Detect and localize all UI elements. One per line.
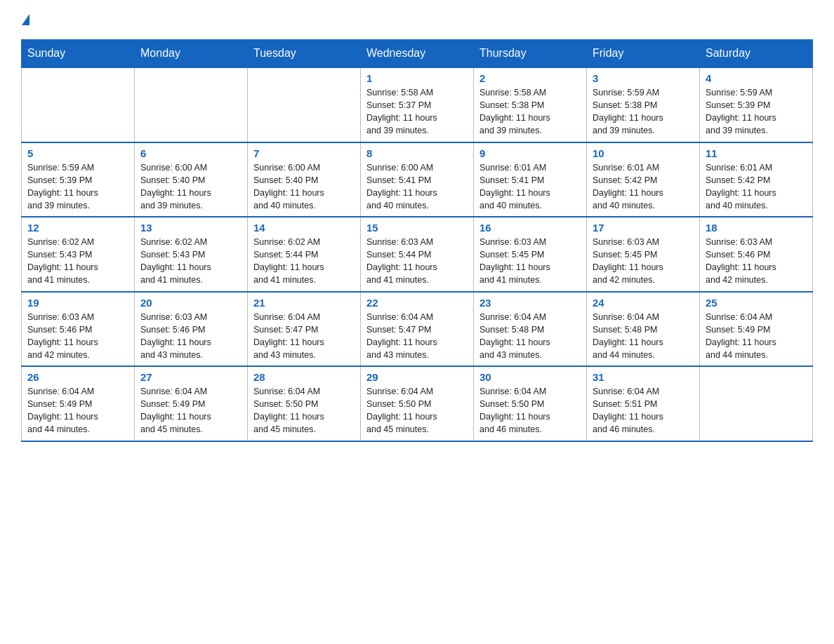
day-info: Sunrise: 6:04 AM Sunset: 5:48 PM Dayligh… bbox=[593, 311, 694, 362]
calendar-header-tuesday: Tuesday bbox=[248, 40, 361, 68]
day-info: Sunrise: 6:02 AM Sunset: 5:43 PM Dayligh… bbox=[140, 236, 241, 287]
calendar-cell: 26Sunrise: 6:04 AM Sunset: 5:49 PM Dayli… bbox=[22, 366, 135, 441]
day-number: 1 bbox=[366, 72, 468, 84]
day-number: 5 bbox=[27, 147, 128, 159]
day-number: 25 bbox=[706, 297, 807, 309]
day-number: 19 bbox=[27, 297, 128, 309]
calendar-cell: 1Sunrise: 5:58 AM Sunset: 5:37 PM Daylig… bbox=[361, 67, 474, 142]
day-number: 17 bbox=[593, 222, 694, 234]
day-number: 23 bbox=[479, 297, 581, 309]
day-number: 28 bbox=[253, 371, 355, 383]
day-number: 11 bbox=[706, 147, 807, 159]
calendar-cell: 7Sunrise: 6:00 AM Sunset: 5:40 PM Daylig… bbox=[248, 142, 361, 217]
day-info: Sunrise: 6:03 AM Sunset: 5:46 PM Dayligh… bbox=[140, 311, 241, 362]
calendar-cell: 23Sunrise: 6:04 AM Sunset: 5:48 PM Dayli… bbox=[474, 292, 587, 367]
day-info: Sunrise: 6:04 AM Sunset: 5:49 PM Dayligh… bbox=[706, 311, 807, 362]
day-info: Sunrise: 6:03 AM Sunset: 5:45 PM Dayligh… bbox=[593, 236, 694, 287]
calendar-cell: 25Sunrise: 6:04 AM Sunset: 5:49 PM Dayli… bbox=[700, 292, 813, 367]
day-info: Sunrise: 6:00 AM Sunset: 5:40 PM Dayligh… bbox=[140, 161, 241, 213]
calendar-header-saturday: Saturday bbox=[700, 40, 813, 68]
day-number: 7 bbox=[253, 147, 355, 159]
calendar-cell: 10Sunrise: 6:01 AM Sunset: 5:42 PM Dayli… bbox=[587, 142, 700, 217]
day-info: Sunrise: 6:03 AM Sunset: 5:44 PM Dayligh… bbox=[366, 236, 468, 287]
day-number: 27 bbox=[140, 371, 241, 383]
day-number: 8 bbox=[366, 147, 468, 159]
calendar-header-row: SundayMondayTuesdayWednesdayThursdayFrid… bbox=[22, 40, 813, 68]
day-number: 15 bbox=[366, 222, 468, 234]
calendar-cell: 29Sunrise: 6:04 AM Sunset: 5:50 PM Dayli… bbox=[361, 366, 474, 441]
day-number: 22 bbox=[366, 297, 468, 309]
day-number: 13 bbox=[140, 222, 241, 234]
logo bbox=[21, 14, 29, 27]
calendar-cell: 5Sunrise: 5:59 AM Sunset: 5:39 PM Daylig… bbox=[22, 142, 135, 217]
day-info: Sunrise: 6:04 AM Sunset: 5:50 PM Dayligh… bbox=[253, 385, 355, 436]
day-number: 18 bbox=[706, 222, 807, 234]
calendar-cell: 11Sunrise: 6:01 AM Sunset: 5:42 PM Dayli… bbox=[700, 142, 813, 217]
calendar-week-5: 26Sunrise: 6:04 AM Sunset: 5:49 PM Dayli… bbox=[22, 366, 813, 441]
calendar-cell: 27Sunrise: 6:04 AM Sunset: 5:49 PM Dayli… bbox=[135, 366, 248, 441]
day-info: Sunrise: 5:58 AM Sunset: 5:38 PM Dayligh… bbox=[479, 86, 581, 137]
day-info: Sunrise: 5:59 AM Sunset: 5:38 PM Dayligh… bbox=[593, 86, 694, 137]
day-info: Sunrise: 6:03 AM Sunset: 5:46 PM Dayligh… bbox=[27, 311, 128, 362]
day-info: Sunrise: 6:02 AM Sunset: 5:44 PM Dayligh… bbox=[253, 236, 355, 287]
day-number: 29 bbox=[366, 371, 468, 383]
day-info: Sunrise: 6:00 AM Sunset: 5:41 PM Dayligh… bbox=[366, 161, 468, 213]
page-header bbox=[21, 14, 813, 27]
day-info: Sunrise: 6:04 AM Sunset: 5:51 PM Dayligh… bbox=[593, 385, 694, 436]
day-number: 21 bbox=[253, 297, 355, 309]
day-info: Sunrise: 6:01 AM Sunset: 5:42 PM Dayligh… bbox=[706, 161, 807, 213]
day-number: 16 bbox=[479, 222, 581, 234]
calendar-header-friday: Friday bbox=[587, 40, 700, 68]
day-info: Sunrise: 6:04 AM Sunset: 5:48 PM Dayligh… bbox=[479, 311, 581, 362]
day-number: 6 bbox=[140, 147, 241, 159]
calendar-cell: 13Sunrise: 6:02 AM Sunset: 5:43 PM Dayli… bbox=[135, 217, 248, 292]
day-info: Sunrise: 5:59 AM Sunset: 5:39 PM Dayligh… bbox=[27, 161, 128, 213]
calendar-cell: 20Sunrise: 6:03 AM Sunset: 5:46 PM Dayli… bbox=[135, 292, 248, 367]
day-info: Sunrise: 6:04 AM Sunset: 5:49 PM Dayligh… bbox=[27, 385, 128, 436]
calendar-cell: 9Sunrise: 6:01 AM Sunset: 5:41 PM Daylig… bbox=[474, 142, 587, 217]
day-info: Sunrise: 6:04 AM Sunset: 5:50 PM Dayligh… bbox=[479, 385, 581, 436]
day-number: 30 bbox=[479, 371, 581, 383]
calendar-cell: 19Sunrise: 6:03 AM Sunset: 5:46 PM Dayli… bbox=[22, 292, 135, 367]
calendar-cell: 8Sunrise: 6:00 AM Sunset: 5:41 PM Daylig… bbox=[361, 142, 474, 217]
calendar-header-sunday: Sunday bbox=[22, 40, 135, 68]
calendar-cell: 30Sunrise: 6:04 AM Sunset: 5:50 PM Dayli… bbox=[474, 366, 587, 441]
calendar-cell: 21Sunrise: 6:04 AM Sunset: 5:47 PM Dayli… bbox=[248, 292, 361, 367]
day-info: Sunrise: 6:03 AM Sunset: 5:46 PM Dayligh… bbox=[706, 236, 807, 287]
calendar-cell: 4Sunrise: 5:59 AM Sunset: 5:39 PM Daylig… bbox=[700, 67, 813, 142]
calendar-cell: 3Sunrise: 5:59 AM Sunset: 5:38 PM Daylig… bbox=[587, 67, 700, 142]
calendar-cell: 16Sunrise: 6:03 AM Sunset: 5:45 PM Dayli… bbox=[474, 217, 587, 292]
calendar-week-4: 19Sunrise: 6:03 AM Sunset: 5:46 PM Dayli… bbox=[22, 292, 813, 367]
day-info: Sunrise: 6:01 AM Sunset: 5:41 PM Dayligh… bbox=[479, 161, 581, 213]
day-number: 3 bbox=[593, 72, 694, 84]
day-number: 20 bbox=[140, 297, 241, 309]
day-number: 14 bbox=[253, 222, 355, 234]
calendar-cell: 18Sunrise: 6:03 AM Sunset: 5:46 PM Dayli… bbox=[700, 217, 813, 292]
calendar-cell: 28Sunrise: 6:04 AM Sunset: 5:50 PM Dayli… bbox=[248, 366, 361, 441]
calendar-cell: 14Sunrise: 6:02 AM Sunset: 5:44 PM Dayli… bbox=[248, 217, 361, 292]
calendar-cell: 17Sunrise: 6:03 AM Sunset: 5:45 PM Dayli… bbox=[587, 217, 700, 292]
calendar-cell bbox=[248, 67, 361, 142]
calendar-header-thursday: Thursday bbox=[474, 40, 587, 68]
calendar-header-wednesday: Wednesday bbox=[361, 40, 474, 68]
calendar-cell: 15Sunrise: 6:03 AM Sunset: 5:44 PM Dayli… bbox=[361, 217, 474, 292]
calendar-week-2: 5Sunrise: 5:59 AM Sunset: 5:39 PM Daylig… bbox=[22, 142, 813, 217]
calendar-cell: 24Sunrise: 6:04 AM Sunset: 5:48 PM Dayli… bbox=[587, 292, 700, 367]
calendar-cell bbox=[22, 67, 135, 142]
day-info: Sunrise: 6:04 AM Sunset: 5:47 PM Dayligh… bbox=[253, 311, 355, 362]
day-info: Sunrise: 6:03 AM Sunset: 5:45 PM Dayligh… bbox=[479, 236, 581, 287]
logo-triangle-icon bbox=[22, 14, 29, 25]
calendar-header-monday: Monday bbox=[135, 40, 248, 68]
calendar-cell: 12Sunrise: 6:02 AM Sunset: 5:43 PM Dayli… bbox=[22, 217, 135, 292]
calendar-table: SundayMondayTuesdayWednesdayThursdayFrid… bbox=[21, 39, 813, 442]
day-number: 12 bbox=[27, 222, 128, 234]
day-info: Sunrise: 6:04 AM Sunset: 5:50 PM Dayligh… bbox=[366, 385, 468, 436]
calendar-cell bbox=[700, 366, 813, 441]
day-info: Sunrise: 6:00 AM Sunset: 5:40 PM Dayligh… bbox=[253, 161, 355, 213]
day-number: 31 bbox=[593, 371, 694, 383]
day-info: Sunrise: 6:04 AM Sunset: 5:47 PM Dayligh… bbox=[366, 311, 468, 362]
day-number: 10 bbox=[593, 147, 694, 159]
calendar-cell: 31Sunrise: 6:04 AM Sunset: 5:51 PM Dayli… bbox=[587, 366, 700, 441]
calendar-cell: 6Sunrise: 6:00 AM Sunset: 5:40 PM Daylig… bbox=[135, 142, 248, 217]
day-info: Sunrise: 6:04 AM Sunset: 5:49 PM Dayligh… bbox=[140, 385, 241, 436]
